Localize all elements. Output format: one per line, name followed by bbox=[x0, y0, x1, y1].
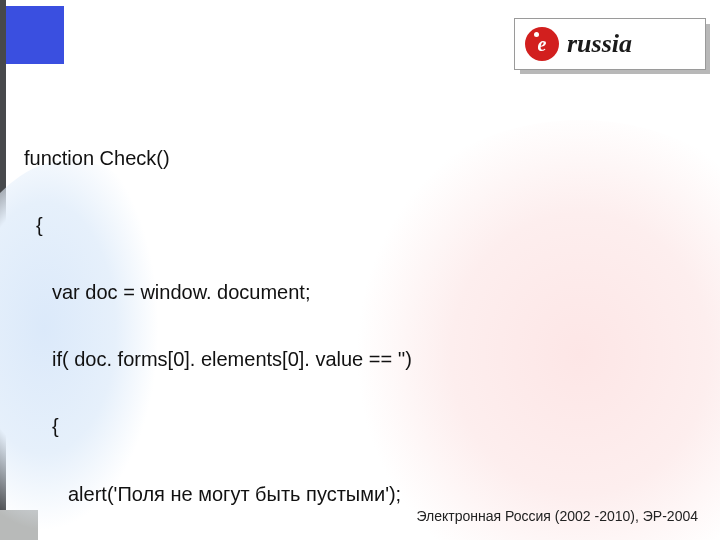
code-line: { bbox=[24, 209, 680, 243]
code-line: if( doc. forms[0]. elements[0]. value ==… bbox=[24, 343, 680, 377]
code-block: function Check() { var doc = window. doc… bbox=[24, 108, 680, 540]
code-line: var doc = window. document; bbox=[24, 276, 680, 310]
logo-text: russia bbox=[567, 29, 632, 59]
logo-e-letter: e bbox=[538, 34, 547, 54]
logo-e-icon: e bbox=[525, 27, 559, 61]
logo-badge: e russia bbox=[514, 18, 706, 70]
accent-square bbox=[6, 6, 64, 64]
code-line: function Check() bbox=[24, 142, 680, 176]
logo-badge-inner: e russia bbox=[514, 18, 706, 70]
footer-text: Электронная Россия (2002 -2010), ЭР-2004 bbox=[417, 508, 699, 524]
code-line: { bbox=[24, 410, 680, 444]
code-line: alert('Поля не могут быть пустыми'); bbox=[24, 478, 680, 512]
